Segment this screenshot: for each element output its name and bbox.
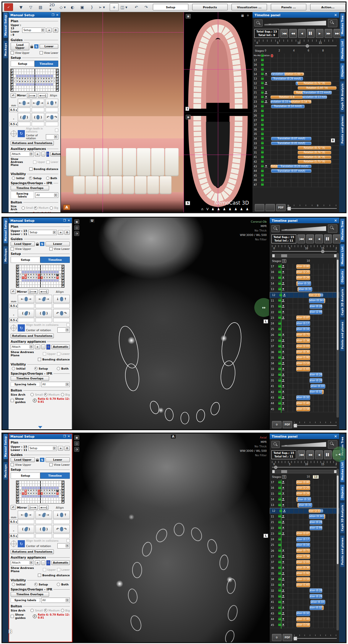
view-lower-checkbox[interactable] (40, 51, 43, 54)
rotate-value-box[interactable] (18, 318, 34, 322)
timeline-row[interactable]: 41Translation (0.33 mm/t) (270, 384, 339, 389)
unlocked-icon[interactable] (261, 137, 264, 140)
unlock-icon[interactable] (36, 244, 39, 246)
tooth-cell[interactable] (30, 268, 32, 271)
download-icon[interactable] (282, 339, 284, 342)
rotations-translations-button[interactable]: Rotations and Translations (11, 334, 54, 338)
rotation-bar[interactable]: Rotation (0.26 °/t) (296, 276, 310, 280)
tooth-cell[interactable] (22, 271, 24, 274)
row-track[interactable] (271, 114, 339, 118)
tooth-cell[interactable]: 5 (21, 77, 24, 80)
pause-button[interactable]: ▌▌ (324, 450, 332, 459)
row-track[interactable]: Rotation (2.03 °/t) (288, 559, 339, 565)
rotate-reset-icon[interactable]: ↶ (11, 505, 16, 510)
tooth-cell[interactable]: 6 (19, 80, 21, 83)
tooth-cell[interactable] (30, 484, 32, 487)
timeline-row[interactable]: 46 (252, 178, 339, 183)
download-icon[interactable] (282, 590, 284, 592)
toolbar-button-panels[interactable]: Panels ... (271, 4, 306, 10)
tooth-cell[interactable] (30, 282, 32, 285)
unlocked-icon[interactable] (261, 82, 264, 84)
rewind-button[interactable]: ◀◀ (306, 450, 314, 459)
move-vertical-button[interactable]: ↓↑ (53, 295, 70, 303)
row-track[interactable] (271, 183, 339, 187)
download-icon[interactable] (265, 165, 267, 168)
scrollbar-right-cap[interactable] (334, 470, 336, 473)
tooth-cell[interactable] (40, 265, 43, 268)
unlocked-icon[interactable] (261, 179, 264, 181)
row-track[interactable]: TranslationRotation (2.53 °/t) (289, 509, 337, 513)
align-collisions-checkbox[interactable] (55, 129, 58, 132)
row-track[interactable]: TranslationRotation (2.53 °/t) (289, 293, 337, 297)
tooth-cell[interactable] (37, 86, 40, 89)
stepper-arrows-icon[interactable]: ▲▼ (16, 535, 17, 537)
tooth-cell[interactable] (32, 69, 35, 72)
tooth-cell[interactable] (32, 282, 35, 285)
timeline-row[interactable]: 43Translation (0.32 mm/t) (270, 611, 339, 617)
zoom-slider-thumb[interactable] (284, 443, 287, 446)
tooth-cell[interactable] (37, 89, 40, 92)
rotate-value-box[interactable] (18, 534, 34, 538)
aux-add-button[interactable]: + (35, 152, 40, 156)
download-icon[interactable] (282, 277, 284, 279)
timeline-overlaps-button[interactable]: Timeline Overlaps (11, 592, 49, 597)
tooth-cell[interactable]: 2 (29, 77, 32, 80)
row-track[interactable]: Rotation (1.92 °/t) (288, 355, 339, 360)
tooth-cell[interactable] (30, 279, 32, 282)
download-icon[interactable] (265, 91, 267, 94)
row-track[interactable]: Rotation (0.26 °/t) (288, 491, 339, 496)
tooth-cell[interactable] (13, 89, 16, 92)
tooth-cell[interactable]: 7 (56, 276, 59, 279)
tooth-cell[interactable] (51, 285, 54, 288)
tooth-cell[interactable] (29, 86, 32, 89)
timeline-row[interactable]: 27 (252, 118, 339, 123)
rotation-bar[interactable]: Rotation (0.36 °/t) (296, 566, 310, 570)
translation-bar[interactable]: Translation (0.34 mm/t) (309, 514, 324, 519)
timeline-row[interactable]: 33Rotation (1.65 °/t) (270, 366, 339, 372)
row-track[interactable]: Rotation (0.26 °/t) (288, 275, 339, 281)
tooth-cell[interactable] (35, 285, 38, 288)
tooth-cell[interactable]: 1 (40, 489, 43, 492)
footer-blank-button[interactable] (255, 204, 264, 211)
rotation-bar[interactable]: Rotation (1.65 °/t) (296, 367, 310, 371)
download-icon[interactable] (265, 82, 267, 85)
zoom-out-icon[interactable] (254, 20, 263, 27)
tooth-cell[interactable] (56, 268, 59, 271)
timeline-row[interactable]: 23Translation (0.33 mmRotation (1.54 °/t… (252, 100, 339, 104)
tooth-cell[interactable]: 1 (38, 489, 40, 492)
tooth-cell[interactable] (24, 481, 27, 484)
tooth-cell[interactable] (27, 486, 30, 489)
rotation-bar[interactable]: Rotation (3.10 °/t) (296, 361, 310, 366)
tooth-cell[interactable] (56, 481, 59, 484)
row-track[interactable]: Translation (0.07 mm/t) (271, 169, 339, 173)
tooth-cell[interactable] (27, 271, 30, 274)
tooth-cell[interactable] (40, 486, 43, 489)
unlocked-icon[interactable] (261, 101, 264, 103)
stepper-arrows-icon[interactable]: ▲▼ (16, 521, 17, 523)
tooth-cell[interactable]: 7 (51, 77, 53, 80)
tooth-cell[interactable]: 6 (54, 489, 56, 492)
row-track[interactable]: Rotation (0.28 °/t) (288, 304, 339, 309)
tip-button[interactable]: () (35, 309, 52, 317)
tooth-cell[interactable] (53, 72, 56, 75)
download-icon[interactable] (282, 385, 284, 388)
tooth-cell[interactable] (35, 89, 37, 92)
align-collisions-checkbox[interactable] (67, 539, 70, 542)
timeline-row[interactable]: Mx-Md Relation (252, 54, 339, 58)
timeline-row[interactable]: 45Rotation (3.58 °/t) (270, 622, 339, 628)
tooth-cell[interactable] (35, 268, 38, 271)
timeline-row[interactable]: 23Rotation (0.87 °/t) (270, 315, 339, 321)
right-tab-meshes-tree[interactable]: Meshes Tree (340, 13, 344, 36)
left-tab-manual-setup[interactable]: Manual Setup (4, 218, 8, 243)
translation-bar[interactable]: Rotation (0.29 °/t) (310, 594, 322, 598)
tooth-cell[interactable] (40, 501, 43, 504)
tooth-cell[interactable] (37, 83, 40, 86)
timeline-row[interactable]: 43Translation (0.32 mm/t) (270, 395, 339, 401)
tooth-cell[interactable] (46, 271, 48, 274)
tooth-cell[interactable] (48, 75, 51, 77)
scrollbar-thumb[interactable] (337, 260, 339, 350)
tooth-cell[interactable] (46, 282, 48, 285)
rotation-bar[interactable]: Rotation (0.26 °/t) (296, 491, 310, 496)
rotation-bar[interactable]: Rotation (2.25 °/t) (296, 270, 310, 274)
tooth-cell[interactable] (35, 282, 38, 285)
